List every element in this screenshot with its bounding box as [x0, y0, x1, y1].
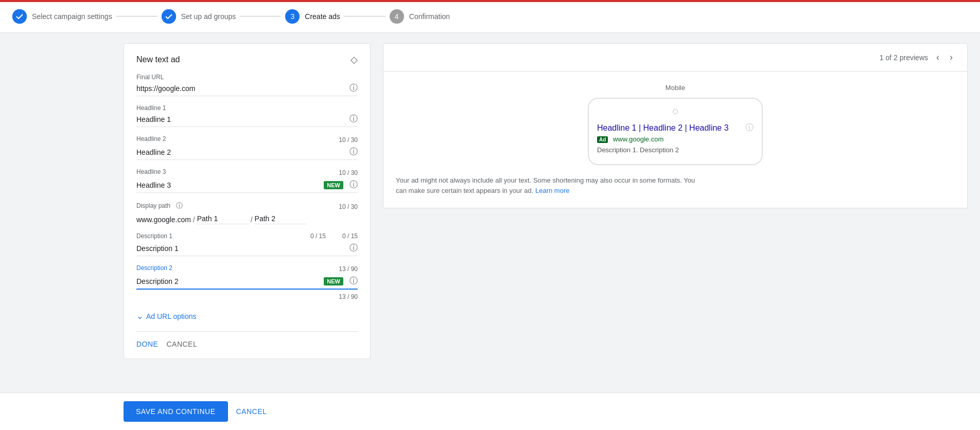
prev-preview-button[interactable]: ‹ [934, 50, 941, 65]
phone-mockup: Headline 1 | Headline 2 | Headline 3 ⓘ A… [588, 98, 763, 165]
desc1-count2: 0 / 15 [342, 232, 358, 242]
step-3-circle: 3 [285, 9, 300, 24]
ad-form-panel: New text ad ◇ Final URL https://google.c… [124, 43, 371, 359]
chevron-down-icon: ⌄ [136, 311, 143, 321]
form-title: New text ad ◇ [136, 54, 358, 65]
step-1-circle [12, 9, 27, 24]
step-3-label: Create ads [305, 12, 340, 21]
description2-help-icon[interactable]: ⓘ [349, 276, 358, 286]
description2-row[interactable]: Description 2 NEW ⓘ [136, 276, 358, 290]
learn-more-link[interactable]: Learn more [535, 187, 569, 194]
headline3-value: Headline 3 [136, 181, 324, 189]
display-path-row[interactable]: www.google.com / / [136, 214, 358, 224]
preview-count: 1 of 2 previews [880, 53, 928, 62]
step-2-label: Set up ad groups [181, 12, 236, 21]
desc1-count1: 0 / 15 [310, 232, 326, 242]
final-url-help-icon[interactable]: ⓘ [349, 83, 358, 94]
ad-description: Description 1. Description 2 [597, 146, 754, 154]
description2-label: Description 2 [136, 264, 172, 272]
shield-icon: ◇ [351, 54, 358, 65]
save-and-continue-button[interactable]: SAVE AND CONTINUE [124, 401, 228, 422]
svg-point-0 [12, 9, 27, 24]
final-url-label: Final URL [136, 74, 358, 81]
ad-headline: Headline 1 | Headline 2 | Headline 3 ⓘ [597, 122, 754, 133]
headline1-label: Headline 1 [136, 104, 358, 112]
step-2-circle [162, 9, 176, 24]
headline3-row[interactable]: Headline 3 NEW ⓘ [136, 180, 358, 193]
phone-dot [673, 109, 678, 114]
step-1-label: Select campaign settings [32, 12, 112, 21]
disclaimer-text: Your ad might not always include all you… [396, 175, 705, 195]
preview-panel: 1 of 2 previews ‹ › Mobile Headline 1 | … [383, 43, 968, 359]
headline2-group: Headline 2 10 / 30 Headline 2 ⓘ [136, 135, 358, 160]
headline3-help-icon[interactable]: ⓘ [349, 180, 358, 190]
headline1-group: Headline 1 Headline 1 ⓘ [136, 104, 358, 127]
step-2: Set up ad groups [162, 9, 236, 24]
display-path-group: Display path ⓘ 10 / 30 www.google.com / … [136, 201, 358, 224]
top-navigation: Select campaign settings Set up ad group… [0, 0, 980, 33]
headline1-value: Headline 1 [136, 115, 345, 123]
headline2-help-icon[interactable]: ⓘ [349, 147, 358, 157]
done-button[interactable]: DONE [136, 340, 158, 348]
headline3-count: 10 / 30 [339, 169, 358, 176]
headline3-new-badge: NEW [324, 181, 343, 189]
description2-value: Description 2 [136, 277, 324, 285]
path-separator-2: / [251, 216, 253, 224]
step-connector-3 [344, 16, 386, 16]
headline2-label: Headline 2 [136, 135, 166, 142]
headline1-row[interactable]: Headline 1 ⓘ [136, 114, 358, 127]
step-4-label: Confirmation [409, 12, 450, 21]
path2-input[interactable] [255, 214, 306, 224]
form-cancel-button[interactable]: CANCEL [166, 340, 197, 348]
ad-info-icon[interactable]: ⓘ [745, 122, 754, 133]
ad-url: Ad www.google.com [597, 135, 754, 143]
step-4: 4 Confirmation [390, 9, 450, 24]
headline2-row[interactable]: Headline 2 ⓘ [136, 147, 358, 160]
headline3-label: Headline 3 [136, 168, 166, 175]
path1-input[interactable] [197, 214, 249, 224]
bottom-bar: SAVE AND CONTINUE CANCEL [0, 392, 980, 430]
cancel-button[interactable]: CANCEL [236, 407, 267, 416]
headline1-help-icon[interactable]: ⓘ [349, 114, 358, 124]
description2-count-bottom: 13 / 90 [339, 293, 358, 300]
svg-point-1 [162, 9, 176, 24]
preview-header: 1 of 2 previews ‹ › [383, 43, 968, 71]
step-4-circle: 4 [390, 9, 404, 24]
description1-value: Description 1 [136, 244, 345, 253]
description2-group: Description 2 13 / 90 Description 2 NEW … [136, 264, 358, 301]
path-separator-1: / [193, 216, 195, 224]
display-path-help-icon[interactable]: ⓘ [176, 202, 183, 209]
display-path-count: 10 / 30 [339, 203, 358, 210]
headline2-value: Headline 2 [136, 148, 345, 156]
description1-label: Description 1 [136, 232, 172, 240]
description1-help-icon[interactable]: ⓘ [349, 243, 358, 254]
ad-badge: Ad [597, 136, 608, 143]
headline3-group: Headline 3 10 / 30 Headline 3 NEW ⓘ [136, 168, 358, 193]
preview-content: Mobile Headline 1 | Headline 2 | Headlin… [383, 71, 968, 208]
description2-new-badge: NEW [324, 277, 343, 285]
headline2-count: 10 / 30 [339, 136, 358, 144]
display-path-label: Display path ⓘ [136, 201, 183, 210]
final-url-row[interactable]: https://google.com ⓘ [136, 83, 358, 96]
ad-url-options[interactable]: ⌄ Ad URL options [136, 311, 358, 321]
description1-row[interactable]: Description 1 ⓘ [136, 243, 358, 256]
final-url-value: https://google.com [136, 84, 345, 93]
final-url-group: Final URL https://google.com ⓘ [136, 74, 358, 96]
step-connector-2 [240, 16, 281, 16]
main-content: New text ad ◇ Final URL https://google.c… [0, 33, 980, 369]
form-action-buttons: DONE CANCEL [136, 331, 358, 348]
step-3: 3 Create ads [285, 9, 340, 24]
step-connector-1 [116, 16, 157, 16]
desc1-counts-row: Description 1 0 / 15 0 / 15 [136, 232, 358, 242]
display-path-base: www.google.com [136, 216, 191, 224]
step-1: Select campaign settings [12, 9, 112, 24]
description1-group: Description 1 0 / 15 0 / 15 Description … [136, 232, 358, 256]
description2-count-top: 13 / 90 [339, 265, 358, 273]
mobile-label: Mobile [396, 84, 955, 92]
next-preview-button[interactable]: › [948, 50, 955, 65]
